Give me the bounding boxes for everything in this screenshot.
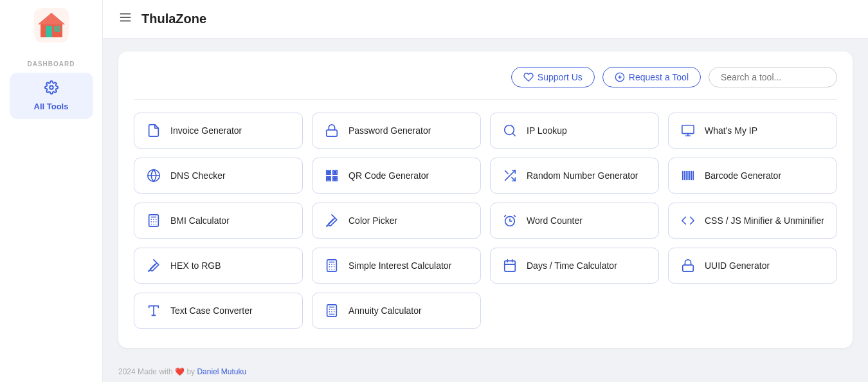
tool-name-color-picker: Color Picker [348,215,397,226]
tool-card-password-generator[interactable]: Password Generator [312,113,481,149]
dashboard-label: DASHBOARD [28,60,75,68]
tool-card-ip-lookup[interactable]: IP Lookup [490,113,659,149]
svg-rect-15 [682,125,694,134]
svg-point-5 [50,86,53,89]
svg-rect-25 [333,179,335,181]
svg-rect-54 [327,260,337,271]
tool-name-text-case-converter: Text Case Converter [170,305,253,316]
svg-rect-4 [54,26,60,32]
tool-name-hex-to-rgb: HEX to RGB [170,260,221,271]
tool-card-simple-interest-calculator[interactable]: Simple Interest Calculator [312,248,481,284]
tool-name-days-time-calculator: Days / Time Calculator [527,260,617,271]
sidebar: DASHBOARD All Tools [0,0,103,382]
footer-link[interactable]: Daniel Mutuku [197,367,246,376]
svg-line-31 [512,177,516,181]
calculator-icon [145,212,163,230]
header: ThulaZone [103,0,868,39]
shuffle-icon [501,167,519,185]
code-icon [679,212,697,230]
tool-card-invoice-generator[interactable]: Invoice Generator [134,113,303,149]
sidebar-item-all-tools[interactable]: All Tools [10,73,93,119]
gear-icon [44,80,59,98]
search-input[interactable] [709,67,837,87]
svg-rect-40 [149,215,159,226]
svg-rect-69 [683,265,694,271]
tool-name-dns-checker: DNS Checker [170,170,226,181]
tool-name-random-number-generator: Random Number Generator [527,170,638,181]
svg-rect-3 [46,26,52,37]
menu-icon[interactable] [118,10,132,28]
text-icon [145,302,163,320]
tool-name-word-counter: Word Counter [527,215,583,226]
tool-card-barcode-generator[interactable]: Barcode Generator [668,158,837,194]
qr-icon [323,167,341,185]
tool-card-annuity-calculator[interactable]: Annuity Calculator [312,293,481,329]
svg-rect-12 [327,130,338,136]
tool-card-dns-checker[interactable]: DNS Checker [134,158,303,194]
tool-card-whats-my-ip[interactable]: What's My IP [668,113,837,149]
search-icon [501,122,519,140]
globe-icon [145,167,163,185]
svg-rect-26 [336,179,338,181]
file-icon [145,122,163,140]
tool-card-word-counter[interactable]: Word Counter [490,203,659,239]
calculator3-icon [323,302,341,320]
lock2-icon [679,257,697,275]
tool-card-random-number-generator[interactable]: Random Number Generator [490,158,659,194]
tool-card-hex-to-rgb[interactable]: HEX to RGB [134,248,303,284]
timer-icon [501,212,519,230]
svg-rect-24 [336,177,338,179]
calendar-icon [501,257,519,275]
support-button[interactable]: Support Us [511,67,595,87]
calculator2-icon [323,257,341,275]
tool-card-color-picker[interactable]: Color Picker [312,203,481,239]
logo [34,8,69,42]
svg-rect-29 [328,178,330,180]
tool-name-whats-my-ip: What's My IP [705,125,757,136]
svg-line-14 [512,133,515,136]
dropper-icon [323,212,341,230]
all-tools-label: All Tools [34,102,69,111]
content-card: Support Us Request a Tool Invoice Genera… [118,51,853,348]
tool-name-annuity-calculator: Annuity Calculator [348,305,422,316]
tool-name-barcode-generator: Barcode Generator [705,170,781,181]
tool-card-qr-code-generator[interactable]: QR Code Generator [312,158,481,194]
tool-name-uuid-generator: UUID Generator [705,260,770,271]
tool-name-css-js-minifier: CSS / JS Minifier & Unminifier [705,215,824,226]
tool-name-qr-code-generator: QR Code Generator [348,170,429,181]
svg-rect-23 [333,177,335,179]
dropper2-icon [145,257,163,275]
svg-rect-27 [328,172,330,174]
lock-icon [323,122,341,140]
top-bar: Support Us Request a Tool [134,67,837,87]
page-title: ThulaZone [141,12,206,26]
tool-name-password-generator: Password Generator [348,125,431,136]
tool-name-invoice-generator: Invoice Generator [170,125,242,136]
svg-rect-65 [505,261,516,272]
footer: 2024 Made with ❤️ by Daniel Mutuku [103,361,868,382]
request-tool-button[interactable]: Request a Tool [602,67,701,87]
content-area: Support Us Request a Tool Invoice Genera… [103,39,868,361]
tool-name-bmi-calculator: BMI Calculator [170,215,230,226]
main: ThulaZone Support Us Request [103,0,868,382]
monitor-icon [679,122,697,140]
tool-card-text-case-converter[interactable]: Text Case Converter [134,293,303,329]
barcode-icon [679,167,697,185]
tool-name-ip-lookup: IP Lookup [527,125,567,136]
svg-rect-28 [334,172,336,174]
tool-card-uuid-generator[interactable]: UUID Generator [668,248,837,284]
tool-grid: Invoice GeneratorPassword GeneratorIP Lo… [134,113,837,329]
svg-rect-72 [327,305,337,316]
tool-card-bmi-calculator[interactable]: BMI Calculator [134,203,303,239]
tool-card-css-js-minifier[interactable]: CSS / JS Minifier & Unminifier [668,203,837,239]
svg-line-32 [505,171,509,174]
tool-card-days-time-calculator[interactable]: Days / Time Calculator [490,248,659,284]
divider [134,99,837,100]
tool-name-simple-interest-calculator: Simple Interest Calculator [348,260,451,271]
